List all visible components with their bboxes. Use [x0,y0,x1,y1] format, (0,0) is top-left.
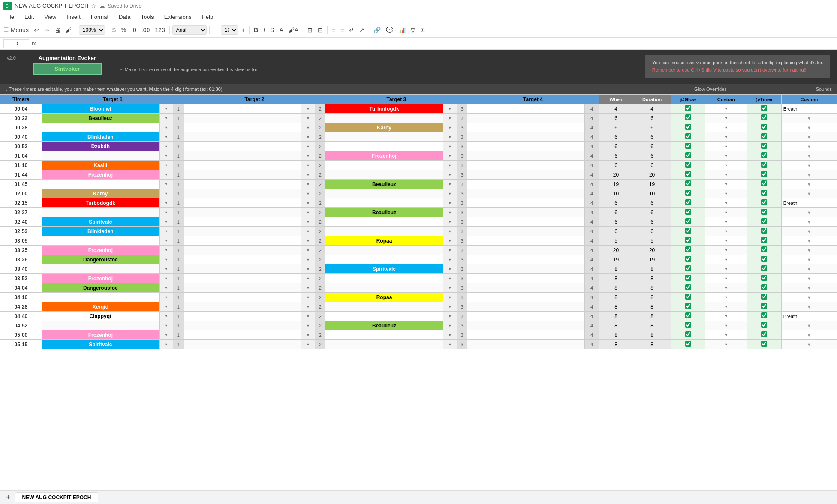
target-cell[interactable] [467,246,585,255]
checkbox-cell[interactable] [671,340,705,349]
target-cell[interactable]: Spiritvalc [42,340,159,349]
target-cell[interactable] [42,208,159,217]
breath-cell[interactable]: ▼ [781,340,837,349]
checkbox-cell[interactable] [747,330,782,340]
checkbox-cell[interactable] [747,302,782,312]
target-cell[interactable]: Dangerousfoe [42,255,159,264]
cell-reference-input[interactable] [3,39,29,48]
checkbox-cell[interactable] [747,283,782,293]
checkbox-cell[interactable] [747,312,782,321]
breath-cell[interactable]: ▼ [781,227,837,236]
target-cell[interactable] [42,180,159,189]
breath-cell[interactable]: ▼ [781,170,837,180]
checkbox-cell[interactable] [747,264,782,274]
breath-cell[interactable]: ▼ [781,217,837,227]
menu-extensions[interactable]: Extensions [163,13,193,21]
target-cell[interactable] [184,114,301,123]
checkbox-cell[interactable] [747,151,782,161]
menu-file[interactable]: File [3,13,16,21]
target-cell[interactable] [184,123,301,132]
checkbox-cell[interactable] [671,142,705,151]
menus-button[interactable]: ☰ Menus [2,25,30,35]
checkbox-cell[interactable] [671,217,705,227]
target-cell[interactable] [184,151,301,161]
target-cell[interactable] [325,312,443,321]
checkbox-cell[interactable] [747,255,782,264]
aug-evoker-name[interactable]: Sintvoker [33,63,102,75]
checkbox-cell[interactable] [671,246,705,255]
target-cell[interactable] [325,170,443,180]
target-cell[interactable]: Clappyqt [42,312,159,321]
target-cell[interactable] [467,302,585,312]
checkbox-cell[interactable] [671,161,705,170]
target-cell[interactable]: Ropaa [325,293,443,302]
target-cell[interactable] [184,255,301,264]
checkbox-cell[interactable] [747,274,782,283]
breath-cell[interactable]: ▼ [781,255,837,264]
target-cell[interactable]: Frozenhoj [42,246,159,255]
target-cell[interactable] [184,312,301,321]
add-sheet-button[interactable]: + [3,492,13,503]
target-cell[interactable] [42,264,159,274]
bold-button[interactable]: B [252,25,260,35]
target-cell[interactable]: Beaulieuz [325,208,443,217]
checkbox-cell[interactable] [671,302,705,312]
star-icon[interactable]: ☆ [91,3,96,9]
target-cell[interactable]: Turbodogdk [325,104,443,114]
target-cell[interactable] [467,264,585,274]
target-cell[interactable] [184,264,301,274]
decimal-more-button[interactable]: .00 [140,25,151,35]
breath-cell[interactable]: ▼ [781,114,837,123]
target-cell[interactable] [467,227,585,236]
target-cell[interactable]: Blinkladen [42,132,159,142]
checkbox-cell[interactable] [747,293,782,302]
font-size-increase-button[interactable]: + [240,25,247,35]
checkbox-cell[interactable] [747,123,782,132]
breath-cell[interactable]: ▼ [781,264,837,274]
function-button[interactable]: Σ [419,25,426,35]
breath-cell[interactable]: ▼ [781,283,837,293]
target-cell[interactable] [325,114,443,123]
target-cell[interactable] [467,170,585,180]
target-cell[interactable] [42,321,159,330]
checkbox-cell[interactable] [747,132,782,142]
target-cell[interactable] [467,142,585,151]
wrap-button[interactable]: ↵ [347,25,356,35]
align-center-button[interactable]: ≡ [339,25,346,35]
target-cell[interactable] [467,283,585,293]
target-cell[interactable]: Kaalil [42,161,159,170]
target-cell[interactable]: Bloomwl [42,104,159,114]
target-cell[interactable] [467,330,585,340]
checkbox-cell[interactable] [671,321,705,330]
breath-cell[interactable]: ▼ [781,132,837,142]
checkbox-cell[interactable] [671,236,705,246]
target-cell[interactable] [184,132,301,142]
target-cell[interactable]: Frozenhoj [42,274,159,283]
paint-format-button[interactable]: 🖌 [64,25,73,35]
breath-cell[interactable]: ▼ [781,123,837,132]
target-cell[interactable] [467,340,585,349]
filter-button[interactable]: ▽ [409,25,417,35]
breath-cell[interactable]: ▼ [781,208,837,217]
checkbox-cell[interactable] [747,142,782,151]
currency-button[interactable]: $ [111,25,117,35]
target-cell[interactable]: Frozenhoj [42,170,159,180]
breath-cell[interactable]: ▼ [781,321,837,330]
target-cell[interactable] [325,217,443,227]
target-cell[interactable] [467,236,585,246]
checkbox-cell[interactable] [671,189,705,198]
target-cell[interactable] [184,217,301,227]
menu-help[interactable]: Help [200,13,215,21]
highlight-button[interactable]: 🖌A [287,25,300,35]
target-cell[interactable] [325,340,443,349]
target-cell[interactable] [467,255,585,264]
sheet-tab[interactable]: NEW AUG COCKPIT EPOCH [15,492,99,502]
target-cell[interactable] [325,255,443,264]
target-cell[interactable] [184,198,301,208]
target-cell[interactable] [42,151,159,161]
target-cell[interactable] [467,198,585,208]
checkbox-cell[interactable] [671,170,705,180]
checkbox-cell[interactable] [671,293,705,302]
rotate-button[interactable]: ↗ [358,25,366,35]
target-cell[interactable]: Frozenhoj [42,330,159,340]
